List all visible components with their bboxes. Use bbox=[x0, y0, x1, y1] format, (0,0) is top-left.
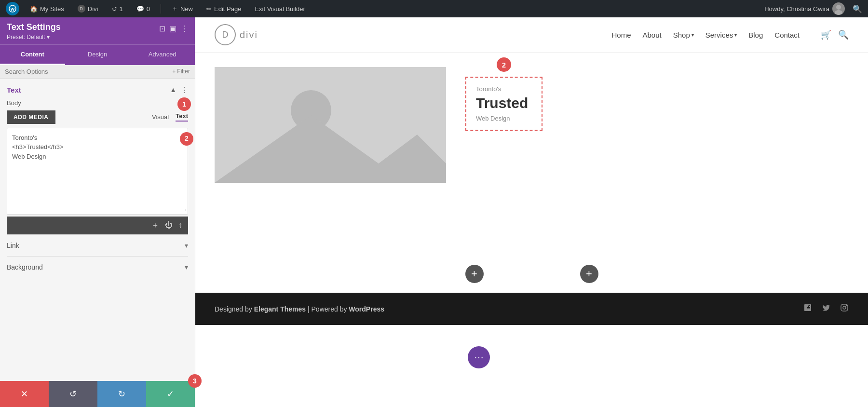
search-icon[interactable]: 🔍 bbox=[853, 4, 862, 14]
save-button[interactable]: ✓ bbox=[146, 381, 195, 407]
nav-icons: 🛒 🔍 bbox=[821, 29, 849, 40]
user-menu[interactable]: Howdy, Christina Gwira bbox=[764, 2, 845, 15]
preview-area: D divi Home About Shop ▾ Services ▾ Blog… bbox=[195, 17, 868, 407]
admin-bar: W 🏠 My Sites D Divi ↺ 1 💬 0 ＋ New ✏ Edit… bbox=[0, 0, 868, 17]
background-chevron-icon: ▾ bbox=[185, 263, 188, 271]
panel-content: Text ▲ ⋮ Body 1 ADD MEDIA Visual Text bbox=[0, 79, 195, 381]
responsive-icon[interactable]: ⊡ bbox=[159, 24, 165, 33]
link-section-header[interactable]: Link ▾ bbox=[7, 242, 188, 249]
text-section-title: Text bbox=[7, 86, 21, 94]
action-bar: ✕ ↺ ↻ ✓ 3 bbox=[0, 381, 195, 407]
collapse-icon[interactable]: ▲ bbox=[170, 86, 176, 94]
svg-point-2 bbox=[836, 5, 841, 10]
undo-icon: ↺ bbox=[69, 389, 77, 399]
svg-point-8 bbox=[843, 306, 846, 309]
footer-elegant-themes[interactable]: Elegant Themes bbox=[254, 305, 306, 313]
tab-design[interactable]: Design bbox=[65, 45, 130, 65]
comment-icon: 💬 bbox=[136, 5, 144, 13]
site-logo: D divi bbox=[215, 24, 258, 45]
arrows-toolbar-icon[interactable]: ↕ bbox=[178, 221, 182, 230]
search-bar: + Filter bbox=[0, 65, 195, 79]
footer-text: Designed by Elegant Themes | Powered by … bbox=[215, 305, 384, 313]
my-sites-menu[interactable]: 🏠 My Sites bbox=[27, 3, 67, 14]
services-chevron-icon: ▾ bbox=[734, 32, 737, 38]
text-block-dashed[interactable]: Toronto's Trusted Web Design bbox=[465, 77, 542, 131]
undo-button[interactable]: ↺ bbox=[49, 381, 97, 407]
tab-advanced[interactable]: Advanced bbox=[130, 45, 195, 65]
add-media-button[interactable]: ADD MEDIA bbox=[7, 110, 55, 124]
editor-content: Toronto's <h3>Trusted</h3> Web Design bbox=[12, 133, 183, 162]
comments-menu[interactable]: 💬 0 bbox=[134, 3, 153, 14]
floating-dots-icon: ⋯ bbox=[474, 353, 484, 362]
text-section-header: Text ▲ ⋮ bbox=[7, 85, 188, 95]
tab-content[interactable]: Content bbox=[0, 45, 65, 65]
visual-tab[interactable]: Visual bbox=[152, 113, 169, 121]
facebook-icon[interactable] bbox=[803, 303, 812, 314]
plus-filter-icon: + bbox=[172, 68, 176, 75]
background-title: Background bbox=[7, 263, 43, 271]
text-editor-area[interactable]: Toronto's <h3>Trusted</h3> Web Design 2 … bbox=[7, 128, 188, 215]
footer-social bbox=[803, 303, 849, 314]
nav-search-icon[interactable]: 🔍 bbox=[838, 29, 849, 40]
main-layout: Text Settings Preset: Default ▾ ⊡ ▣ ⋮ Co… bbox=[0, 17, 868, 407]
hero-text-small: Toronto's bbox=[476, 85, 532, 93]
nav-services[interactable]: Services ▾ bbox=[705, 31, 737, 39]
redo-button[interactable]: ↻ bbox=[97, 381, 146, 407]
footer-wordpress[interactable]: WordPress bbox=[349, 305, 384, 313]
power-toolbar-icon[interactable]: ⏻ bbox=[165, 221, 173, 230]
nav-shop[interactable]: Shop ▾ bbox=[673, 31, 694, 39]
divi-menu[interactable]: D Divi bbox=[75, 3, 101, 14]
shop-chevron-icon: ▾ bbox=[692, 32, 694, 38]
badge-1: 1 bbox=[177, 97, 191, 111]
columns-icon[interactable]: ▣ bbox=[169, 24, 176, 33]
editor-toggle: Visual Text bbox=[152, 112, 188, 122]
text-tab[interactable]: Text bbox=[176, 112, 188, 122]
new-button[interactable]: ＋ New bbox=[169, 2, 196, 15]
add-buttons: + + bbox=[195, 255, 868, 293]
body-row: Body 1 bbox=[7, 99, 188, 110]
panel-header-icons: ⊡ ▣ ⋮ bbox=[159, 24, 188, 33]
search-input[interactable] bbox=[5, 68, 169, 75]
nav-about[interactable]: About bbox=[642, 31, 661, 39]
instagram-icon[interactable] bbox=[840, 303, 849, 314]
nav-contact[interactable]: Contact bbox=[774, 31, 800, 39]
nav-home[interactable]: Home bbox=[611, 31, 631, 39]
site-nav: D divi Home About Shop ▾ Services ▾ Blog… bbox=[195, 17, 868, 53]
hero-section: 2 Toronto's Trusted Web Design bbox=[195, 53, 868, 255]
section-dots-icon[interactable]: ⋮ bbox=[180, 85, 188, 95]
footer-powered-by: | Powered by bbox=[308, 305, 349, 313]
hero-text-sub: Web Design bbox=[476, 115, 532, 122]
filter-button[interactable]: + Filter bbox=[172, 68, 190, 75]
badge-indicator-2: 2 bbox=[497, 57, 511, 72]
resize-handle[interactable]: ⌟ bbox=[184, 204, 187, 213]
background-section-header[interactable]: Background ▾ bbox=[7, 263, 188, 271]
wordpress-logo-icon[interactable]: W bbox=[6, 2, 19, 15]
refresh-icon: ↺ bbox=[112, 5, 117, 13]
cart-icon[interactable]: 🛒 bbox=[821, 29, 831, 40]
link-section: Link ▾ bbox=[7, 234, 188, 256]
placeholder-image bbox=[215, 67, 446, 183]
site-footer: Designed by Elegant Themes | Powered by … bbox=[195, 293, 868, 325]
section-controls: ▲ ⋮ bbox=[170, 85, 188, 95]
floating-action-button[interactable]: ⋯ bbox=[468, 346, 490, 368]
updates-menu[interactable]: ↺ 1 bbox=[109, 3, 126, 14]
panel-header: Text Settings Preset: Default ▾ ⊡ ▣ ⋮ bbox=[0, 17, 195, 44]
exit-visual-builder-button[interactable]: Exit Visual Builder bbox=[252, 3, 308, 14]
add-section-button-right[interactable]: + bbox=[580, 265, 598, 283]
panel-preset[interactable]: Preset: Default ▾ bbox=[7, 34, 61, 41]
cancel-icon: ✕ bbox=[21, 389, 28, 399]
add-section-button-left[interactable]: + bbox=[465, 265, 484, 283]
link-chevron-icon: ▾ bbox=[185, 242, 188, 249]
nav-blog[interactable]: Blog bbox=[748, 31, 763, 39]
more-options-icon[interactable]: ⋮ bbox=[180, 24, 188, 33]
link-title: Link bbox=[7, 242, 19, 249]
divi-icon: D bbox=[78, 5, 85, 13]
edit-page-button[interactable]: ✏ Edit Page bbox=[203, 3, 244, 14]
redo-icon: ↻ bbox=[118, 389, 125, 399]
twitter-icon[interactable] bbox=[822, 303, 830, 314]
panel-tabs: Content Design Advanced bbox=[0, 44, 195, 65]
cancel-button[interactable]: ✕ bbox=[0, 381, 49, 407]
add-toolbar-icon[interactable]: ＋ bbox=[151, 220, 159, 231]
svg-point-9 bbox=[846, 305, 847, 306]
badge-2: 2 bbox=[180, 132, 193, 146]
